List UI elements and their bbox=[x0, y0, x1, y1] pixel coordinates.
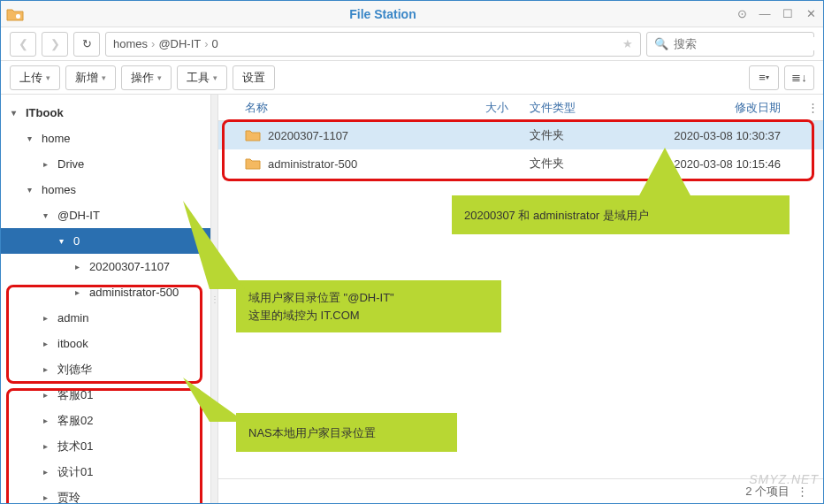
col-modified[interactable]: 修改日期 bbox=[643, 100, 807, 116]
folder-icon bbox=[245, 157, 261, 170]
chevron-right-icon[interactable]: ▸ bbox=[75, 287, 88, 297]
search-input[interactable] bbox=[674, 37, 822, 50]
chevron-right-icon[interactable]: ▸ bbox=[43, 159, 56, 169]
search-box[interactable]: 🔍 bbox=[646, 32, 814, 57]
col-name[interactable]: 名称 bbox=[218, 100, 466, 116]
file-row[interactable]: 20200307-1107文件夹2020-03-08 10:30:37 bbox=[218, 121, 823, 149]
chevron-right-icon[interactable]: ▸ bbox=[43, 390, 56, 400]
breadcrumb[interactable]: homes › @DH-IT › 0 ★ bbox=[105, 32, 641, 57]
tree-item-@DH-IT[interactable]: ▾@DH-IT bbox=[1, 202, 210, 228]
settings-button[interactable]: 设置 bbox=[233, 65, 275, 90]
tree-item-设计01[interactable]: ▸设计01 bbox=[1, 459, 210, 485]
chevron-right-icon[interactable]: ▸ bbox=[43, 467, 56, 477]
chevron-right-icon[interactable]: ▸ bbox=[75, 262, 88, 271]
tree-item-客服02[interactable]: ▸客服02 bbox=[1, 408, 210, 433]
chevron-right-icon[interactable]: ▸ bbox=[43, 493, 56, 502]
sidebar-resizer[interactable]: ⋮ bbox=[211, 95, 218, 503]
tree-item-label: Drive bbox=[57, 157, 84, 171]
tree-item-label: 客服02 bbox=[57, 413, 93, 429]
search-icon: 🔍 bbox=[654, 37, 668, 50]
tree-item-label: 设计01 bbox=[57, 464, 93, 480]
file-name: administrator-500 bbox=[268, 157, 357, 171]
file-modified: 2020-03-08 10:30:37 bbox=[643, 129, 807, 142]
tree-item-Drive[interactable]: ▸Drive bbox=[1, 151, 210, 177]
pin-icon[interactable]: ⊙ bbox=[735, 7, 749, 20]
file-row[interactable]: administrator-500文件夹2020-03-08 10:15:46 bbox=[218, 149, 823, 178]
crumb-0[interactable]: homes bbox=[113, 37, 148, 50]
sidebar: ▾ITbook ▾home▸Drive▾homes▾@DH-IT▾0▸20200… bbox=[1, 95, 211, 503]
col-type[interactable]: 文件类型 bbox=[519, 100, 643, 116]
chevron-right-icon[interactable]: ▸ bbox=[43, 364, 56, 374]
tree-item-label: itbook bbox=[57, 337, 88, 350]
file-modified: 2020-03-08 10:15:46 bbox=[643, 157, 807, 171]
file-name: 20200307-1107 bbox=[268, 129, 348, 142]
tree-item-20200307-1107[interactable]: ▸20200307-1107 bbox=[1, 254, 210, 279]
action-button[interactable]: 操作▾ bbox=[121, 65, 172, 90]
file-list: 20200307-1107文件夹2020-03-08 10:30:37admin… bbox=[218, 121, 823, 503]
chevron-right-icon[interactable]: ▸ bbox=[43, 313, 56, 323]
app-icon bbox=[6, 7, 24, 21]
tree-item-label: 0 bbox=[73, 234, 80, 248]
view-list-button[interactable]: ≡ ▾ bbox=[749, 65, 779, 90]
favorite-icon[interactable]: ★ bbox=[622, 37, 633, 50]
maximize-icon[interactable]: ☐ bbox=[781, 7, 795, 20]
upload-button[interactable]: 上传▾ bbox=[10, 65, 60, 90]
tree-root[interactable]: ▾ITbook bbox=[1, 100, 210, 126]
tree-item-0[interactable]: ▾0 bbox=[1, 228, 210, 254]
navbar: ❮ ❯ ↻ homes › @DH-IT › 0 ★ 🔍 bbox=[1, 27, 823, 61]
chevron-down-icon[interactable]: ▾ bbox=[27, 185, 40, 195]
list-header: 名称 大小 文件类型 修改日期 ⋮ bbox=[218, 95, 823, 121]
tree-item-label: home bbox=[42, 132, 71, 145]
tree-item-label: 贾玲 bbox=[57, 490, 80, 504]
tree-item-label: admin bbox=[57, 311, 88, 325]
sort-button[interactable]: ≣↓ bbox=[784, 65, 814, 90]
tree-item-客服01[interactable]: ▸客服01 bbox=[1, 382, 210, 408]
tree-item-技术01[interactable]: ▸技术01 bbox=[1, 433, 210, 459]
chevron-right-icon[interactable]: ▸ bbox=[43, 416, 56, 425]
tree-item-label: 技术01 bbox=[57, 439, 93, 454]
main-area: ▾ITbook ▾home▸Drive▾homes▾@DH-IT▾0▸20200… bbox=[1, 95, 823, 503]
tree-item-homes[interactable]: ▾homes bbox=[1, 177, 210, 202]
tree-item-itbook[interactable]: ▸itbook bbox=[1, 331, 210, 356]
tree-item-admin[interactable]: ▸admin bbox=[1, 305, 210, 331]
chevron-right-icon[interactable]: ▸ bbox=[43, 339, 56, 348]
chevron-down-icon[interactable]: ▾ bbox=[43, 210, 56, 220]
chevron-right-icon[interactable]: ▸ bbox=[43, 441, 56, 451]
tree-item-贾玲[interactable]: ▸贾玲 bbox=[1, 485, 210, 503]
svg-rect-0 bbox=[16, 14, 20, 19]
statusbar: 2 个项目 ⋮ bbox=[218, 478, 823, 503]
tree-item-label: homes bbox=[42, 183, 76, 196]
tree-item-刘德华[interactable]: ▸刘德华 bbox=[1, 356, 210, 382]
window-title: File Station bbox=[31, 7, 735, 21]
tree-item-home[interactable]: ▾home bbox=[1, 126, 210, 151]
file-type: 文件夹 bbox=[519, 156, 643, 172]
file-content: 名称 大小 文件类型 修改日期 ⋮ 20200307-1107文件夹2020-0… bbox=[218, 95, 823, 503]
crumb-1[interactable]: @DH-IT bbox=[158, 37, 201, 50]
folder-icon bbox=[245, 129, 261, 141]
window-controls: ⊙ — ☐ ✕ bbox=[735, 7, 818, 20]
close-icon[interactable]: ✕ bbox=[804, 7, 818, 20]
tools-button[interactable]: 工具▾ bbox=[177, 65, 227, 90]
minimize-icon[interactable]: — bbox=[758, 7, 772, 20]
col-size[interactable]: 大小 bbox=[466, 100, 519, 116]
tree-item-label: @DH-IT bbox=[57, 209, 100, 222]
status-menu-icon[interactable]: ⋮ bbox=[797, 485, 813, 498]
forward-button[interactable]: ❯ bbox=[42, 32, 68, 57]
toolbar: 上传▾ 新增▾ 操作▾ 工具▾ 设置 ≡ ▾ ≣↓ bbox=[1, 61, 823, 95]
item-count: 2 个项目 bbox=[745, 484, 790, 500]
titlebar: File Station ⊙ — ☐ ✕ bbox=[1, 1, 823, 27]
new-button[interactable]: 新增▾ bbox=[65, 65, 116, 90]
chevron-down-icon[interactable]: ▾ bbox=[27, 134, 40, 143]
tree-item-label: 刘德华 bbox=[57, 362, 92, 378]
tree-item-label: 20200307-1107 bbox=[89, 260, 170, 273]
tree-item-administrator-500[interactable]: ▸administrator-500 bbox=[1, 279, 210, 305]
col-menu-icon[interactable]: ⋮ bbox=[807, 101, 823, 114]
back-button[interactable]: ❮ bbox=[10, 32, 36, 57]
tree-item-label: administrator-500 bbox=[89, 286, 179, 299]
tree-item-label: 客服01 bbox=[57, 387, 93, 403]
crumb-2[interactable]: 0 bbox=[212, 37, 218, 50]
refresh-button[interactable]: ↻ bbox=[73, 32, 100, 57]
file-type: 文件夹 bbox=[519, 127, 643, 143]
file-station-window: File Station ⊙ — ☐ ✕ ❮ ❯ ↻ homes › @DH-I… bbox=[0, 0, 824, 504]
chevron-down-icon[interactable]: ▾ bbox=[59, 236, 72, 246]
